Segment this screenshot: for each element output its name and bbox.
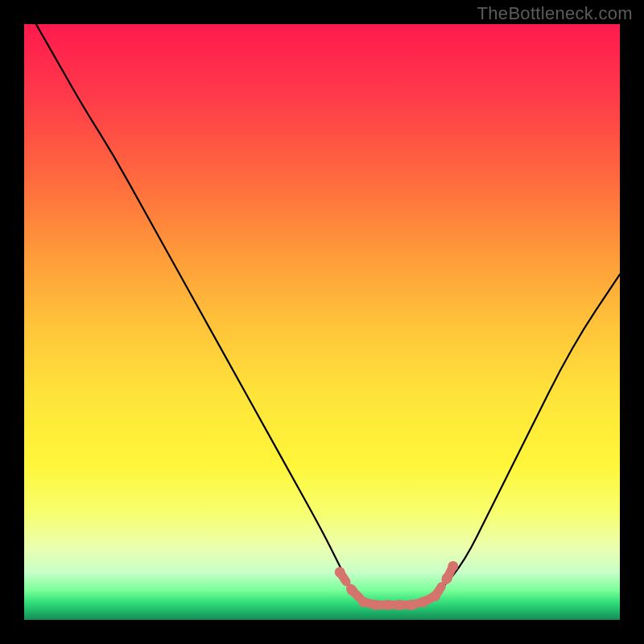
marker-segment bbox=[423, 596, 436, 601]
marker-dot bbox=[358, 597, 369, 607]
marker-segment bbox=[340, 572, 352, 590]
marker-segment bbox=[364, 602, 376, 605]
bottleneck-curve-path bbox=[36, 24, 620, 608]
marker-segment bbox=[447, 566, 452, 578]
marker-dot bbox=[418, 597, 428, 607]
plot-area bbox=[24, 24, 620, 620]
marker-dot bbox=[370, 600, 381, 610]
marker-dot bbox=[335, 567, 345, 577]
marker-dot bbox=[382, 600, 393, 610]
marker-segment bbox=[352, 590, 364, 602]
marker-segment bbox=[436, 578, 448, 596]
bottleneck-zone-marker-group bbox=[335, 561, 459, 610]
marker-segment bbox=[411, 602, 423, 605]
marker-dot bbox=[394, 600, 405, 610]
marker-dot bbox=[448, 561, 458, 572]
chart-frame: TheBottleneck.com bbox=[0, 0, 644, 644]
marker-dot bbox=[430, 591, 440, 601]
marker-dot bbox=[347, 585, 357, 596]
curve-layer bbox=[24, 24, 620, 620]
marker-dot bbox=[407, 600, 417, 610]
marker-dot bbox=[442, 573, 452, 584]
watermark-text: TheBottleneck.com bbox=[477, 3, 633, 24]
